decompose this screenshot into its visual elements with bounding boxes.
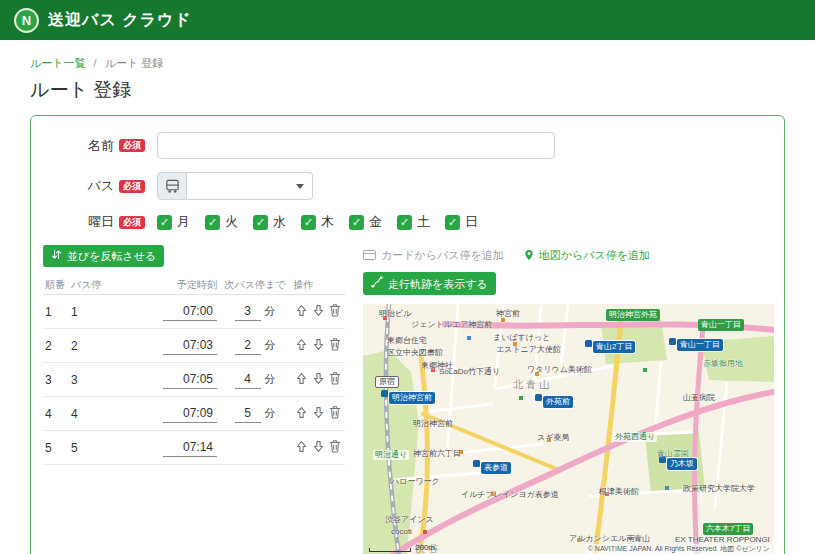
next-stop-minutes-input[interactable] [235,404,261,423]
required-badge: 必須 [119,180,145,193]
map-column: カードからバス停を追加 地図からバス停を追加 走行軌跡を表示する [363,245,772,554]
map-label: 乃木坂 [667,458,697,470]
name-input[interactable] [157,132,555,159]
move-down-button[interactable] [310,304,327,320]
tab-add-stop-from-map[interactable]: 地図からバス停を追加 [524,248,650,263]
stop-order: 5 [43,431,69,465]
move-down-button[interactable] [310,372,327,388]
bus-select[interactable] [187,172,313,200]
weekday-label-group: 曜日 必須 [43,213,145,231]
delete-stop-button[interactable] [327,371,343,388]
map-label: 山王病院 [683,394,715,402]
stop-row: 44分 [43,397,345,431]
map-label: 外苑西通り [613,432,657,442]
map-label: SoLaDo竹下通り [439,368,500,376]
reverse-order-label: 並びを反転させる [67,249,156,263]
move-up-button[interactable] [293,372,310,388]
map-label: 区立中央図書館 [387,349,443,357]
weekday-checkbox-火[interactable]: ✓火 [205,213,238,231]
next-stop-minutes-input[interactable] [235,336,261,355]
move-down-button[interactable] [310,440,327,456]
map-label: ジェントルエア神宮前 [411,321,492,329]
move-up-button[interactable] [293,338,310,354]
tab-map-label: 地図からバス停を追加 [539,248,650,263]
weekday-checkbox-木[interactable]: ✓木 [301,213,334,231]
minutes-unit: 分 [265,373,276,385]
move-down-button[interactable] [310,406,327,422]
weekday-checkbox-土[interactable]: ✓土 [397,213,430,231]
map-label: 外苑前 [543,396,573,408]
weekday-checkbox-金[interactable]: ✓金 [349,213,382,231]
move-up-button[interactable] [293,440,310,456]
move-down-button[interactable] [310,338,327,354]
bus-input-group [157,172,313,200]
map-label: アルカンシエル南青山 [569,535,650,543]
checkbox-checked-icon[interactable]: ✓ [205,215,220,230]
stop-order: 4 [43,397,69,431]
name-label-group: 名前 必須 [43,137,145,155]
weekday-checkbox-月[interactable]: ✓月 [157,213,190,231]
map-label: 青山一丁目 [698,319,744,331]
weekday-label-text: 水 [273,213,286,231]
tab-card-label: カードからバス停を追加 [381,248,504,263]
stop-order: 3 [43,363,69,397]
stop-row: 11分 [43,295,345,329]
next-stop-minutes-input[interactable] [235,302,261,321]
page-title: ルート 登録 [30,77,785,103]
checkbox-checked-icon[interactable]: ✓ [349,215,364,230]
breadcrumb-route-list-link[interactable]: ルート一覧 [30,57,86,69]
scheduled-time-input[interactable] [163,302,217,321]
tab-add-stop-from-card[interactable]: カードからバス停を追加 [363,248,504,263]
show-trajectory-label: 走行軌跡を表示する [388,277,488,291]
map-label: 北青山 [513,380,552,390]
next-stop-minutes-input[interactable] [235,370,261,389]
checkbox-checked-icon[interactable]: ✓ [157,215,172,230]
weekday-label-text: 土 [417,213,430,231]
weekday-checkbox-水[interactable]: ✓水 [253,213,286,231]
map-label: 表参道 [481,462,511,474]
reverse-order-button[interactable]: 並びを反転させる [43,245,164,267]
delete-stop-button[interactable] [327,439,343,456]
map-pin-icon [524,249,534,263]
scheduled-time-input[interactable] [163,404,217,423]
map-label: 神宮前 [496,310,520,318]
required-badge: 必須 [119,139,145,152]
app-logo-icon[interactable]: N [14,8,39,33]
scale-line [369,548,411,552]
move-up-button[interactable] [293,406,310,422]
checkbox-checked-icon[interactable]: ✓ [301,215,316,230]
map-label: 政策研究大学院大学 [683,485,755,493]
map-label: 神宮前六丁目 [413,450,461,458]
column-next: 次バス停まで [219,276,291,295]
stop-name: 1 [69,295,149,329]
checkbox-checked-icon[interactable]: ✓ [397,215,412,230]
map-attribution: © NAVITIME JAPAN. All Rights Reserved. 地… [586,544,772,554]
delete-stop-button[interactable] [327,303,343,320]
delete-stop-button[interactable] [327,337,343,354]
weekday-label-text: 月 [177,213,190,231]
name-label: 名前 [88,137,114,155]
map-label: 青山霊園 [657,450,689,458]
checkbox-checked-icon[interactable]: ✓ [253,215,268,230]
minutes-unit: 分 [265,305,276,317]
column-time: 予定時刻 [149,276,219,295]
move-up-button[interactable] [293,304,310,320]
map[interactable]: 明治ビルジェントルエア神宮前神宮前明治神宮外苑青山一丁目東郷台住宅まいばすけっと… [363,304,774,554]
bus-label: バス [87,177,114,195]
scheduled-time-input[interactable] [163,370,217,389]
map-label: 明治通り [373,450,409,460]
map-label: 原宿 [375,376,399,388]
checkbox-checked-icon[interactable]: ✓ [445,215,460,230]
show-trajectory-button[interactable]: 走行軌跡を表示する [363,272,496,295]
stop-name: 3 [69,363,149,397]
add-stop-tabs: カードからバス停を追加 地図からバス停を追加 [363,245,772,263]
scale-text: 200m [415,543,435,552]
stops-table: 順番 バス停 予定時刻 次バス停まで 操作 11分22分33分44分55 [43,276,345,465]
scheduled-time-input[interactable] [163,336,217,355]
scheduled-time-input[interactable] [163,438,217,457]
map-label: スギ薬局 [537,434,569,442]
map-label: EX THEATER ROPPONGI [675,536,770,544]
weekday-checkbox-日[interactable]: ✓日 [445,213,478,231]
delete-stop-button[interactable] [327,405,343,422]
route-register-card: 名前 必須 バス 必須 曜日 必須 [30,115,785,554]
